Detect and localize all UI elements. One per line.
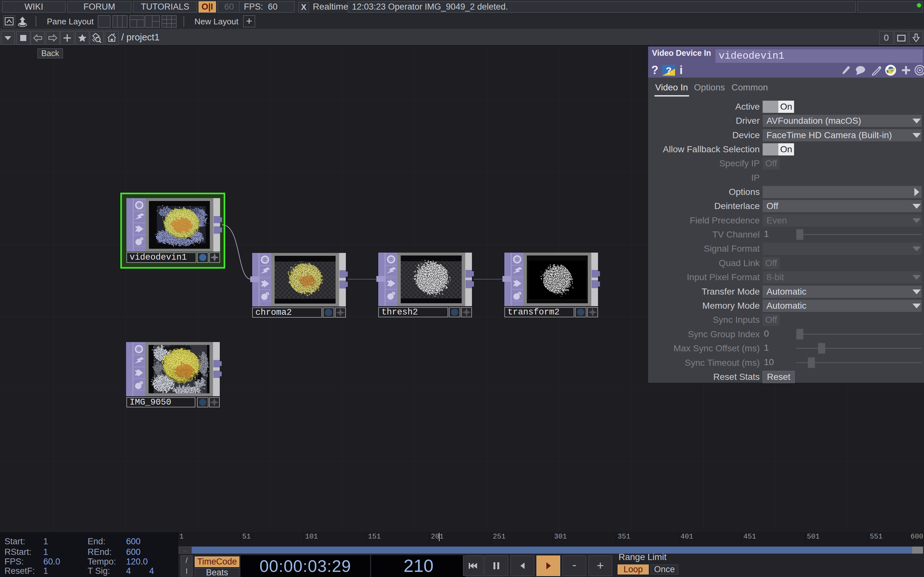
svg-text:?: ? xyxy=(666,65,672,76)
